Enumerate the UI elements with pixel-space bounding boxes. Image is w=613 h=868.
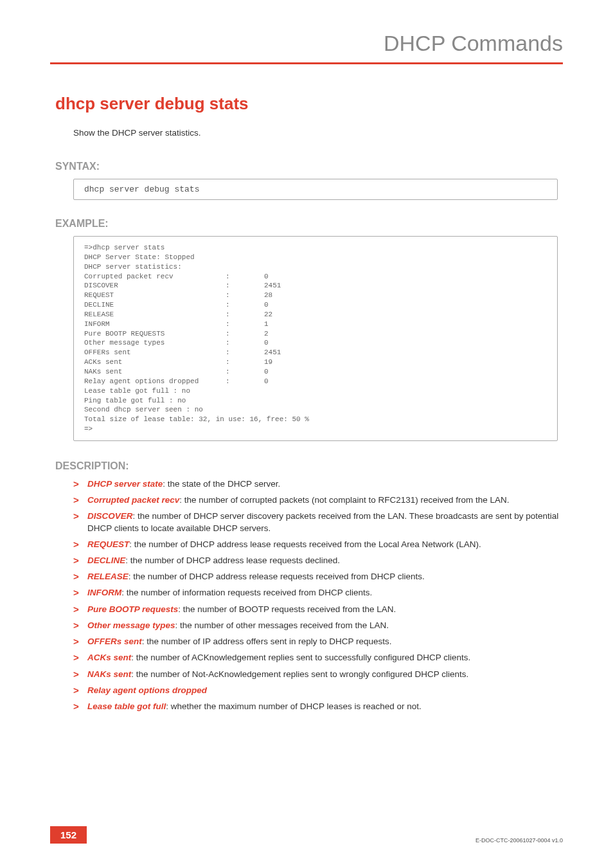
stat-colon: : [226,348,264,357]
bullet-icon: > [73,604,87,615]
desc-term: Pure BOOTP requests [87,604,178,614]
stat-colon: : [226,320,264,329]
stat-colon: : [226,272,264,282]
doc-id: E-DOC-CTC-20061027-0004 v1.0 [475,837,563,844]
stat-value: 2451 [264,281,281,291]
desc-term: REQUEST [87,539,129,549]
example-stat-row: Corrupted packet recv:0 [84,272,547,282]
stat-value: 0 [264,272,269,282]
desc-body: : the number of information requests rec… [121,588,372,597]
list-item: >REQUEST: the number of DHCP address lea… [73,539,563,550]
stat-label: REQUEST [84,291,226,300]
example-stat-row: INFORM:1 [84,320,547,329]
list-item: >Corrupted packet recv: the number of co… [73,494,563,506]
desc-term: INFORM [87,588,121,597]
desc-term: RELEASE [87,572,129,581]
example-line: DHCP Server State: Stopped [84,253,547,262]
bullet-icon: > [73,494,87,506]
command-title: dhcp server debug stats [55,94,563,114]
stat-label: DISCOVER [84,281,226,291]
example-stat-row: RELEASE:22 [84,310,547,320]
desc-term: NAKs sent [87,669,131,679]
stat-colon: : [226,367,264,377]
description-list: >DHCP server state: the state of the DHC… [73,478,563,712]
example-stat-row: OFFERs sent:2451 [84,348,547,357]
example-line: Lease table got full : no [84,386,547,396]
desc-body: : the number of DHCP address lease reque… [129,539,481,549]
stat-label: Other message types [84,338,226,348]
desc-text: Corrupted packet recv: the number of cor… [87,494,563,506]
example-stat-row: Other message types:0 [84,338,547,348]
stat-label: ACKs sent [84,357,226,367]
stat-label: Pure BOOTP REQUESTS [84,329,226,339]
stat-colon: : [226,329,264,339]
desc-term: DISCOVER [87,511,133,521]
example-stat-row: ACKs sent:19 [84,357,547,367]
bullet-icon: > [73,669,87,680]
example-label: EXAMPLE: [55,218,563,230]
list-item: >DECLINE: the number of DHCP address lea… [73,555,563,566]
stat-value: 2 [264,329,269,339]
list-item: >Pure BOOTP requests: the number of BOOT… [73,604,563,615]
desc-term: DECLINE [87,556,125,565]
stat-label: Relay agent options dropped [84,377,226,386]
desc-text: DECLINE: the number of DHCP address leas… [87,555,563,566]
list-item: >OFFERs sent: the number of IP address o… [73,636,563,647]
page-footer: 152 E-DOC-CTC-20061027-0004 v1.0 [50,826,563,844]
bullet-icon: > [73,701,87,712]
desc-text: Lease table got full: whether the maximu… [87,701,563,712]
syntax-code: dhcp server debug stats [73,179,558,200]
desc-term: DHCP server state [87,479,163,489]
stat-colon: : [226,310,264,320]
desc-term: Corrupted packet recv [87,495,179,505]
stat-colon: : [226,377,264,386]
stat-value: 1 [264,320,269,329]
stat-label: OFFERs sent [84,348,226,357]
example-stat-row: Pure BOOTP REQUESTS:2 [84,329,547,339]
desc-text: DHCP server state: the state of the DHCP… [87,478,563,490]
example-line: => [84,424,547,434]
desc-text: DISCOVER: the number of DHCP server disc… [87,511,563,534]
stat-value: 2451 [264,348,281,357]
stat-value: 19 [264,357,272,367]
desc-text: REQUEST: the number of DHCP address leas… [87,539,563,550]
bullet-icon: > [73,478,87,490]
list-item: >Relay agent options dropped [73,685,563,696]
example-line: Total size of lease table: 32, in use: 1… [84,415,547,424]
desc-body: : the number of IP address offers sent i… [142,637,392,646]
desc-text: INFORM: the number of information reques… [87,587,563,599]
desc-body: : the number of DHCP server discovery pa… [87,511,558,532]
desc-body: : whether the maximum number of DHCP lea… [166,701,421,711]
bullet-icon: > [73,652,87,664]
example-stat-row: DECLINE:0 [84,300,547,310]
stat-value: 0 [264,300,269,310]
example-line: Ping table got full : no [84,396,547,406]
stat-label: Corrupted packet recv [84,272,226,282]
list-item: >DHCP server state: the state of the DHC… [73,478,563,490]
list-item: >Lease table got full: whether the maxim… [73,701,563,712]
example-output: =>dhcp server stats DHCP Server State: S… [73,236,558,441]
example-line: =>dhcp server stats [84,243,547,253]
stat-label: RELEASE [84,310,226,320]
stat-colon: : [226,300,264,310]
desc-body: : the number of ACKnowledgement replies … [131,653,470,662]
bullet-icon: > [73,587,87,599]
list-item: >ACKs sent: the number of ACKnowledgemen… [73,652,563,664]
example-line: Second dhcp server seen : no [84,405,547,415]
desc-text: ACKs sent: the number of ACKnowledgement… [87,652,563,664]
desc-body: : the number of BOOTP requests received … [178,604,396,614]
command-summary: Show the DHCP server statistics. [73,128,563,138]
example-stat-row: REQUEST:28 [84,291,547,300]
desc-body: : the number of other messages received … [175,620,389,630]
desc-body: : the number of Not-AcKnowledgement repl… [131,669,468,679]
desc-body: : the number of DHCP address release req… [129,572,425,581]
bullet-icon: > [73,636,87,647]
desc-body: : the number of corrupted packets (not c… [179,495,509,505]
desc-term: Relay agent options dropped [87,685,207,695]
desc-term: Other message types [87,620,175,630]
description-label: DESCRIPTION: [55,460,563,472]
list-item: >RELEASE: the number of DHCP address rel… [73,571,563,583]
desc-term: OFFERs sent [87,637,142,646]
desc-term: Lease table got full [87,701,166,711]
stat-colon: : [226,338,264,348]
